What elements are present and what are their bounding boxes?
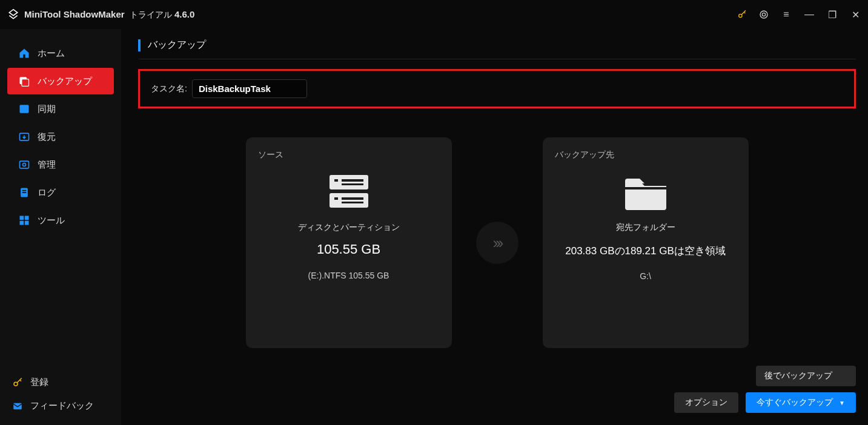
log-icon — [18, 186, 30, 199]
task-name-input[interactable] — [192, 79, 307, 98]
cards-row: ソース ディスクとパーティション 105.55 GB (E:).NTF — [138, 137, 856, 348]
register-label: 登録 — [30, 377, 48, 388]
close-icon[interactable]: ✕ — [850, 9, 861, 21]
app-version: 4.6.0 — [174, 9, 194, 19]
destination-card-label: バックアップ先 — [555, 150, 737, 160]
manage-icon — [18, 159, 30, 171]
home-icon — [18, 47, 30, 59]
source-card-label: ソース — [258, 150, 440, 160]
title-bar-right: ≡ — ❐ ✕ — [737, 9, 861, 21]
task-name-label: タスク名: — [151, 84, 187, 94]
feedback-label: フィードバック — [30, 400, 94, 412]
sidebar-item-label: 復元 — [38, 131, 56, 143]
svg-rect-24 — [342, 197, 363, 200]
source-detail: (E:).NTFS 105.55 GB — [308, 271, 389, 280]
svg-rect-4 — [22, 79, 29, 87]
trial-label: トライアル — [130, 10, 172, 19]
sidebar-item-label: 管理 — [38, 159, 56, 171]
register-key-icon — [12, 377, 23, 388]
app-logo-icon — [7, 8, 19, 21]
backup-now-label: 今すぐバックアップ — [757, 397, 833, 408]
tools-icon — [18, 214, 30, 226]
sync-icon — [18, 103, 30, 115]
destination-card[interactable]: バックアップ先 宛先フォルダー 203.83 GBの189.21 GBは空き領域… — [543, 137, 749, 348]
backup-icon — [18, 75, 30, 87]
svg-point-0 — [739, 14, 742, 17]
svg-rect-22 — [342, 183, 363, 185]
sidebar-feedback[interactable]: フィードバック — [0, 394, 121, 418]
minimize-icon[interactable]: — — [804, 9, 815, 20]
svg-point-8 — [23, 163, 26, 166]
sidebar-item-label: 同期 — [38, 104, 56, 115]
menu-icon[interactable]: ≡ — [781, 9, 792, 20]
destination-space: 203.83 GBの189.21 GBは空き領域 — [565, 244, 726, 258]
options-button[interactable]: オプション — [674, 392, 738, 413]
svg-rect-18 — [330, 175, 368, 189]
sidebar-item-sync[interactable]: 同期 — [7, 96, 114, 122]
destination-drive: G:\ — [640, 271, 651, 281]
destination-folder-label: 宛先フォルダー — [616, 222, 675, 233]
feedback-mail-icon — [12, 401, 23, 412]
page-title: バックアップ — [148, 39, 206, 51]
sidebar-item-label: ツール — [38, 215, 65, 226]
task-name-row: タスク名: — [138, 69, 856, 108]
title-bar: MiniTool ShadowMaker トライアル 4.6.0 ≡ — ❐ ✕ — [0, 0, 868, 29]
sidebar-item-restore[interactable]: 復元 — [7, 124, 114, 150]
maximize-icon[interactable]: ❐ — [827, 9, 838, 21]
backup-later-button[interactable]: 後でバックアップ — [756, 366, 856, 386]
accent-bar — [138, 39, 141, 51]
svg-rect-14 — [20, 221, 24, 225]
title-bar-left: MiniTool ShadowMaker トライアル 4.6.0 — [7, 8, 194, 21]
svg-point-2 — [762, 13, 765, 16]
svg-rect-21 — [342, 179, 363, 182]
page-header: バックアップ — [138, 39, 856, 59]
svg-rect-12 — [20, 216, 24, 220]
transfer-arrows-icon: ››› — [476, 222, 518, 264]
svg-rect-13 — [25, 216, 29, 220]
source-size: 105.55 GB — [317, 242, 380, 257]
svg-rect-20 — [334, 179, 338, 182]
source-type-label: ディスクとパーティション — [298, 222, 400, 233]
sidebar-register[interactable]: 登録 — [0, 371, 121, 394]
sidebar: ホーム バックアップ 同期 復元 管理 ログ — [0, 29, 121, 425]
lifebuoy-icon[interactable] — [759, 10, 769, 19]
svg-rect-10 — [22, 190, 27, 191]
svg-rect-5 — [20, 105, 29, 113]
svg-rect-15 — [25, 221, 29, 225]
svg-rect-23 — [334, 197, 338, 200]
sidebar-item-label: ホーム — [38, 48, 65, 59]
folder-icon — [621, 173, 670, 211]
svg-rect-19 — [330, 193, 368, 208]
backup-now-button[interactable]: 今すぐバックアップ ▼ — [746, 392, 856, 413]
dropdown-caret-icon: ▼ — [839, 400, 845, 406]
footer-buttons: 後でバックアップ オプション 今すぐバックアップ ▼ — [674, 366, 856, 413]
sidebar-item-manage[interactable]: 管理 — [7, 151, 114, 178]
sidebar-item-backup[interactable]: バックアップ — [7, 68, 114, 94]
main-content: バックアップ タスク名: ソース — [121, 29, 868, 425]
source-card[interactable]: ソース ディスクとパーティション 105.55 GB (E:).NTF — [246, 137, 452, 348]
app-title: MiniTool ShadowMaker トライアル 4.6.0 — [24, 9, 194, 21]
sidebar-item-log[interactable]: ログ — [7, 179, 114, 206]
svg-point-16 — [14, 382, 18, 386]
restore-icon — [18, 131, 30, 143]
sidebar-item-home[interactable]: ホーム — [7, 40, 114, 67]
key-icon[interactable] — [737, 10, 747, 19]
svg-rect-11 — [22, 192, 27, 193]
svg-rect-7 — [20, 161, 29, 168]
disk-icon — [327, 173, 371, 211]
sidebar-item-label: バックアップ — [38, 76, 92, 87]
sidebar-item-tools[interactable]: ツール — [7, 207, 114, 234]
svg-rect-25 — [342, 202, 363, 203]
svg-point-1 — [760, 11, 767, 18]
svg-rect-26 — [625, 187, 666, 189]
sidebar-item-label: ログ — [38, 187, 56, 199]
